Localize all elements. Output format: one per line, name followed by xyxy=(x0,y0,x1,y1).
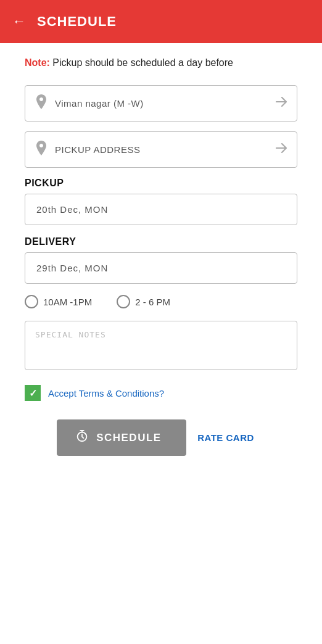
location-from-text: Viman nagar (M -W) xyxy=(55,98,268,109)
location-to-arrow xyxy=(276,143,287,156)
action-row: SCHEDULE RATE CARD xyxy=(25,419,297,456)
rate-card-label: RATE CARD xyxy=(197,432,254,443)
special-notes-input[interactable] xyxy=(25,321,297,370)
note-text: Pickup should be scheduled a day before xyxy=(52,57,233,68)
pickup-date: 20th Dec, MON xyxy=(36,204,108,215)
timer-icon xyxy=(75,429,89,446)
back-button[interactable]: ← xyxy=(12,14,26,30)
time-slot-morning[interactable]: 10AM -1PM xyxy=(25,295,92,308)
terms-text[interactable]: Accept Terms & Conditions? xyxy=(48,388,164,398)
terms-checkbox[interactable]: ✓ xyxy=(25,385,41,401)
note-label: Note: xyxy=(25,57,50,68)
location-to-row[interactable]: PICKUP ADDRESS xyxy=(25,131,297,168)
radio-morning[interactable] xyxy=(25,295,38,308)
delivery-date-box[interactable]: 29th Dec, MON xyxy=(25,252,297,284)
schedule-button-label: SCHEDULE xyxy=(96,432,162,444)
location-to-icon xyxy=(35,141,47,159)
schedule-button[interactable]: SCHEDULE xyxy=(57,419,186,456)
pickup-label: PICKUP xyxy=(25,178,297,189)
time-slot-afternoon-label: 2 - 6 PM xyxy=(135,297,170,307)
content-area: Note: Pickup should be scheduled a day b… xyxy=(0,43,322,468)
pickup-date-box[interactable]: 20th Dec, MON xyxy=(25,194,297,225)
location-to-text: PICKUP ADDRESS xyxy=(55,144,268,155)
checkmark-icon: ✓ xyxy=(29,387,37,399)
location-from-icon xyxy=(35,94,47,112)
delivery-date: 29th Dec, MON xyxy=(36,263,108,273)
radio-afternoon[interactable] xyxy=(117,295,130,308)
note-box: Note: Pickup should be scheduled a day b… xyxy=(25,56,297,70)
header: ← SCHEDULE xyxy=(0,0,322,43)
page-title: SCHEDULE xyxy=(37,14,117,30)
time-slot-afternoon[interactable]: 2 - 6 PM xyxy=(117,295,170,308)
delivery-label: DELIVERY xyxy=(25,236,297,247)
location-from-arrow xyxy=(276,97,287,110)
terms-row[interactable]: ✓ Accept Terms & Conditions? xyxy=(25,385,297,401)
time-slot-row: 10AM -1PM 2 - 6 PM xyxy=(25,295,297,308)
location-from-row[interactable]: Viman nagar (M -W) xyxy=(25,85,297,122)
time-slot-morning-label: 10AM -1PM xyxy=(43,297,92,307)
rate-card-button[interactable]: RATE CARD xyxy=(186,423,265,453)
